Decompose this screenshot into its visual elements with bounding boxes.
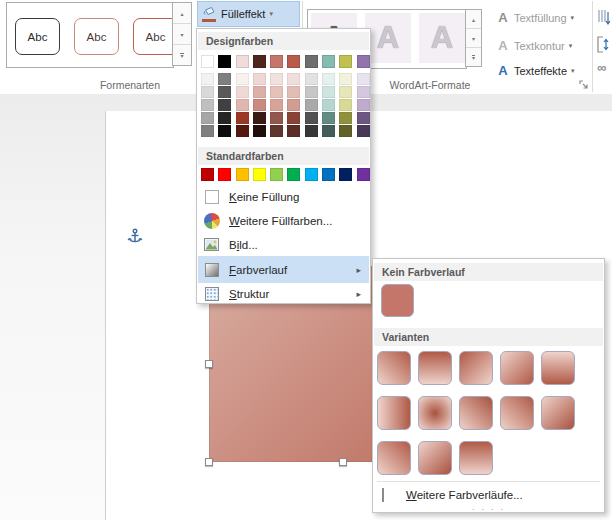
gradient-variant-swatch[interactable] [500, 351, 534, 385]
theme-variant-swatch[interactable] [357, 112, 370, 124]
menu-item-picture[interactable]: Bild... [198, 233, 369, 256]
theme-variant-swatch[interactable] [287, 73, 300, 85]
standard-color-swatch[interactable] [218, 168, 231, 181]
theme-variant-swatch[interactable] [305, 125, 318, 137]
standard-color-swatch[interactable] [236, 168, 249, 181]
gradient-variant-swatch[interactable] [418, 351, 452, 385]
theme-color-swatch[interactable] [305, 55, 318, 68]
theme-variant-swatch[interactable] [357, 86, 370, 98]
theme-color-swatch[interactable] [357, 55, 370, 68]
theme-variant-swatch[interactable] [305, 99, 318, 111]
theme-variant-swatch[interactable] [201, 125, 214, 137]
theme-color-swatch[interactable] [270, 55, 283, 68]
menu-item-more-gradients[interactable]: Weitere Farbverläufe... [374, 484, 603, 505]
theme-variant-swatch[interactable] [236, 99, 249, 111]
theme-variant-swatch[interactable] [253, 112, 266, 124]
theme-variant-swatch[interactable] [270, 125, 283, 137]
theme-variant-swatch[interactable] [236, 86, 249, 98]
shape-handle-bottom[interactable] [339, 458, 347, 466]
standard-color-swatch[interactable] [287, 168, 300, 181]
standard-color-swatch[interactable] [270, 168, 283, 181]
theme-color-swatch[interactable] [287, 55, 300, 68]
theme-variant-swatch[interactable] [287, 99, 300, 111]
standard-color-swatch[interactable] [305, 168, 318, 181]
theme-variant-swatch[interactable] [322, 125, 335, 137]
theme-variant-swatch[interactable] [357, 125, 370, 137]
theme-variant-swatch[interactable] [287, 86, 300, 98]
text-direction-icon[interactable] [597, 8, 612, 28]
standard-color-swatch[interactable] [339, 168, 352, 181]
theme-variant-swatch[interactable] [287, 112, 300, 124]
wordart-scroll-down-button[interactable]: ▾ [466, 29, 481, 48]
theme-color-swatch[interactable] [253, 55, 266, 68]
theme-variant-swatch[interactable] [357, 99, 370, 111]
theme-variant-swatch[interactable] [270, 99, 283, 111]
theme-variant-swatch[interactable] [339, 125, 352, 137]
theme-variant-swatch[interactable] [253, 99, 266, 111]
theme-variant-swatch[interactable] [253, 86, 266, 98]
gallery-scroll-up-button[interactable]: ▴ [173, 3, 191, 24]
menu-item-no-fill[interactable]: Keine Füllung [198, 186, 369, 207]
theme-variant-swatch[interactable] [305, 86, 318, 98]
theme-variant-swatch[interactable] [236, 73, 249, 85]
gallery-resize-grip[interactable]: · · · · [373, 504, 604, 514]
theme-color-swatch[interactable] [322, 55, 335, 68]
theme-variant-swatch[interactable] [218, 86, 231, 98]
gradient-variant-swatch[interactable] [418, 441, 452, 475]
theme-variant-swatch[interactable] [218, 73, 231, 85]
gallery-scroll-down-button[interactable]: ▾ [173, 24, 191, 45]
gradient-variant-swatch[interactable] [541, 396, 575, 430]
wordart-style-thumb[interactable]: A [365, 13, 411, 63]
theme-variant-swatch[interactable] [305, 112, 318, 124]
theme-variant-swatch[interactable] [201, 112, 214, 124]
theme-variant-swatch[interactable] [357, 73, 370, 85]
theme-variant-swatch[interactable] [322, 99, 335, 111]
align-text-icon[interactable] [597, 36, 612, 54]
theme-variant-swatch[interactable] [218, 99, 231, 111]
theme-variant-swatch[interactable] [322, 112, 335, 124]
menu-item-gradient[interactable]: Farbverlauf ▸ [198, 256, 369, 283]
theme-color-swatch[interactable] [339, 55, 352, 68]
theme-variant-swatch[interactable] [270, 73, 283, 85]
theme-variant-swatch[interactable] [322, 86, 335, 98]
theme-variant-swatch[interactable] [270, 86, 283, 98]
standard-color-swatch[interactable] [322, 168, 335, 181]
wordart-style-thumb[interactable]: A [419, 13, 465, 63]
fill-effect-button[interactable]: Fülleffekt ▾ [197, 1, 300, 27]
gradient-variant-swatch[interactable] [459, 441, 493, 475]
standard-color-swatch[interactable] [357, 168, 370, 181]
theme-color-swatch[interactable] [201, 55, 214, 68]
gradient-variant-swatch[interactable] [541, 351, 575, 385]
gradient-variant-swatch[interactable] [377, 351, 411, 385]
theme-variant-swatch[interactable] [218, 112, 231, 124]
theme-variant-swatch[interactable] [270, 112, 283, 124]
text-outline-button[interactable]: A Textkontur ▾ [496, 33, 592, 58]
theme-variant-swatch[interactable] [236, 125, 249, 137]
theme-variant-swatch[interactable] [339, 73, 352, 85]
theme-variant-swatch[interactable] [218, 125, 231, 137]
text-fill-button[interactable]: A Textfüllung ▾ [496, 5, 592, 30]
standard-color-swatch[interactable] [253, 168, 266, 181]
theme-color-swatch[interactable] [218, 55, 231, 68]
wordart-scroll-up-button[interactable]: ▴ [466, 10, 481, 29]
wordart-more-button[interactable]: ▾ [466, 48, 481, 66]
menu-item-texture[interactable]: Struktur ▸ [198, 284, 369, 303]
theme-variant-swatch[interactable] [253, 125, 266, 137]
theme-variant-swatch[interactable] [287, 125, 300, 137]
create-link-icon[interactable]: ∞ [597, 60, 612, 72]
theme-variant-swatch[interactable] [322, 73, 335, 85]
theme-variant-swatch[interactable] [339, 86, 352, 98]
no-gradient-swatch[interactable] [381, 284, 414, 317]
gradient-variant-swatch[interactable] [459, 396, 493, 430]
shape-style-thumb[interactable]: Abc [15, 18, 60, 55]
standard-color-swatch[interactable] [201, 168, 214, 181]
shape-handle-bottom-left[interactable] [205, 458, 213, 466]
gallery-more-button[interactable]: ▾ [173, 45, 191, 65]
text-effects-button[interactable]: A Texteffekte ▾ [496, 58, 592, 83]
theme-variant-swatch[interactable] [339, 99, 352, 111]
shape-style-thumb[interactable]: Abc [74, 18, 119, 55]
theme-variant-swatch[interactable] [305, 73, 318, 85]
gradient-variant-swatch[interactable] [500, 396, 534, 430]
theme-variant-swatch[interactable] [201, 73, 214, 85]
gradient-variant-swatch[interactable] [377, 441, 411, 475]
